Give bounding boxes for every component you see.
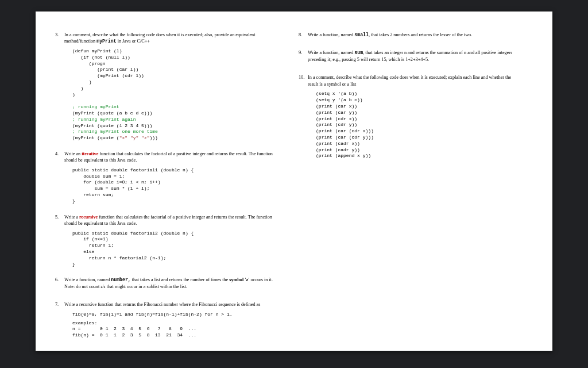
code-block: fib(0)=0, fib(1)=1 and fib(n)=fib(n-1)+f…: [72, 312, 277, 318]
question-10: 10. In a comment, describe what the foll…: [307, 74, 525, 160]
text: Write a: [64, 214, 79, 220]
question-number: 7.: [55, 301, 63, 308]
question-prompt: Write a function, named number, that tak…: [64, 277, 277, 290]
question-number: 4.: [55, 151, 63, 157]
text: in Java or C/C++: [117, 39, 150, 44]
question-number: 9.: [299, 49, 307, 56]
question-5: 5. Write a recursive function that calcu…: [63, 214, 281, 269]
code-token: myPrint: [96, 39, 116, 44]
code-token: small: [354, 32, 369, 37]
text: Write a function, named: [308, 32, 354, 37]
code-block: (defun myPrint (l) (if (not (null l)) (p…: [72, 48, 277, 141]
question-number: 10.: [299, 74, 307, 80]
question-6: 6. Write a function, named number, that …: [63, 277, 281, 293]
question-4: 4. Write an iterative function that calc…: [63, 151, 281, 206]
highlight: iterative: [82, 151, 98, 156]
question-9: 9. Write a function, named sum, that tak…: [307, 49, 525, 66]
document-page: 3. In a comment, describe what the follo…: [36, 12, 552, 351]
question-number: 6.: [55, 277, 63, 283]
question-prompt: Write an iterative function that calcula…: [64, 151, 277, 164]
code-block: examples: n = 0 1 2 3 4 5 6 7 8 9 ... fi…: [72, 320, 277, 339]
bold-text: symbol 'z': [229, 277, 249, 282]
question-prompt: Write a function, named small, that take…: [308, 32, 520, 38]
question-number: 5.: [55, 214, 63, 220]
question-prompt: In a comment, describe what the followin…: [308, 74, 520, 87]
code-token: sum: [354, 50, 363, 55]
text: In a comment, describe what the followin…: [64, 32, 255, 44]
question-prompt: Write a recursive function that returns …: [64, 301, 277, 308]
text: , that takes 2 numbers and returns the l…: [369, 32, 472, 37]
question-prompt: Write a function, named sum, that takes …: [308, 49, 520, 63]
two-column-layout: 3. In a comment, describe what the follo…: [63, 32, 525, 342]
code-block: public static double factorial1 (double …: [72, 167, 277, 205]
text: Write a function, named: [308, 50, 354, 55]
code-block: (setq x '(a b)) (setq y '(a b c)) (print…: [316, 91, 520, 159]
code-block: public static double factorial2 (double …: [72, 231, 277, 268]
question-7: 7. Write a recursive function that retur…: [63, 301, 281, 340]
question-number: 3.: [55, 32, 63, 38]
text: that takes a list and returns the number…: [131, 277, 229, 282]
question-prompt: In a comment, describe what the followin…: [64, 32, 277, 45]
question-3: 3. In a comment, describe what the follo…: [63, 32, 281, 143]
question-prompt: Write a recursive function that calculat…: [64, 214, 277, 227]
highlight: recursive: [79, 214, 98, 220]
code-token: number,: [111, 277, 130, 282]
question-number: 8.: [299, 32, 307, 38]
text: Write a function, named: [64, 277, 111, 282]
text: Write an: [64, 151, 82, 156]
question-8: 8. Write a function, named small, that t…: [307, 32, 525, 41]
